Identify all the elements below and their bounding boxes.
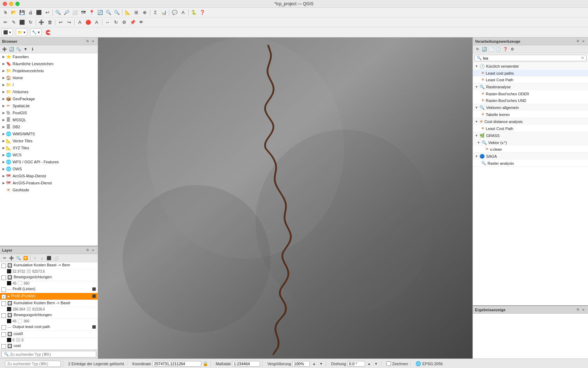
layer-add-button[interactable]: ➕ — [8, 255, 15, 261]
browser-item-projektverzeichnis[interactable]: ▶ 📁 Projektverzeichnis — [0, 67, 98, 74]
layer-item-profil-linien[interactable]: — Profil (Linien) ⬛ — [0, 286, 98, 293]
layer-item-profil-punkte[interactable]: ● Profil (Punkte) ⬛ — [0, 293, 98, 300]
plugin-button[interactable]: 🐍 — [190, 9, 198, 16]
coordinate-input[interactable] — [152, 361, 201, 367]
layer-checkbox-kumkosten-basel[interactable] — [1, 301, 6, 306]
zoom-layer-button[interactable]: 🗺 — [79, 9, 87, 16]
ptree-header-raster[interactable]: ▼ 🔍 Rasteranalyse — [473, 83, 588, 90]
identify-button[interactable]: 🔍 — [105, 9, 112, 16]
layer-float-button[interactable]: ⧉ — [85, 248, 90, 253]
annotation-button[interactable]: 💬 — [171, 9, 178, 16]
layer-options-button3[interactable]: ⬛ — [91, 325, 96, 329]
zoom-in-button[interactable]: 🔍 — [54, 9, 62, 16]
print-button[interactable]: 🖨 — [27, 9, 34, 16]
help-button[interactable]: ❓ — [198, 9, 206, 16]
processing-close-button[interactable]: ✕ — [581, 39, 586, 44]
layer-checkbox-bewegung1[interactable] — [1, 275, 6, 280]
undo-button[interactable]: ↩ — [43, 9, 51, 16]
snapping-options-button[interactable]: 🧲 — [44, 28, 52, 36]
layer-checkbox-kumkosten-bern[interactable] — [1, 264, 6, 268]
ptree-item-least-cost-path-2[interactable]: ✳ Least Cost Path — [473, 125, 588, 132]
browser-refresh-button[interactable]: 🔄 — [8, 46, 15, 52]
scale-input[interactable] — [232, 361, 260, 367]
rotation-up-button[interactable]: ▲ — [366, 361, 372, 367]
zoom-down-button[interactable]: ▼ — [318, 361, 324, 367]
results-float-button[interactable]: ⧉ — [575, 307, 580, 312]
current-edits-dropdown[interactable]: ⬛ ▾ — [1, 28, 13, 36]
browser-float-button[interactable]: ⧉ — [85, 39, 90, 44]
browser-item-vector-tiles[interactable]: ▶ 📐 Vector Tiles — [0, 137, 98, 144]
close-button[interactable] — [3, 2, 7, 6]
map-area[interactable] — [98, 38, 472, 359]
ptree-subitem-vclean[interactable]: ✳ v.clean — [473, 146, 588, 152]
layer-item-cost0[interactable]: 🔲 cost0 — [0, 331, 98, 338]
layer-remove-button[interactable]: 🔍 — [15, 255, 22, 261]
layer-checkbox-profil-linien[interactable] — [1, 287, 6, 292]
rotation-input[interactable] — [348, 361, 365, 367]
ptree-header-recent[interactable]: ▼ 🕐 Kürzlich verwendet — [473, 63, 588, 70]
digitize-options-dropdown[interactable]: 📁 ▾ — [16, 28, 27, 36]
browser-item-xyz-tiles[interactable]: ▶ 📐 XYZ Tiles — [0, 144, 98, 151]
label-pin-button[interactable]: A — [93, 19, 100, 26]
show-hide-label-button[interactable]: 👁 — [137, 19, 145, 26]
ptree-item-least-cost-path[interactable]: ✳ Least Cost Path — [473, 76, 588, 83]
processing-search-clear[interactable]: ✕ — [581, 56, 584, 60]
rotate-button[interactable]: ↻ — [27, 19, 34, 26]
layer-checkbox-cost[interactable] — [1, 344, 6, 349]
ptree-item-tabelle-leeren[interactable]: ✳ Tabelle leeren — [473, 111, 588, 118]
move-label-button[interactable]: ↔ — [104, 19, 111, 26]
layer-options-button2[interactable]: ⬛ — [91, 294, 96, 299]
layer-expand-button[interactable]: ⬛ — [46, 255, 52, 261]
browser-item-home[interactable]: ▶ 🏠 Home — [0, 74, 98, 81]
label-button[interactable]: A — [179, 9, 187, 16]
undo-edit-button[interactable]: ↩ — [57, 19, 64, 26]
layer-search-input[interactable] — [10, 352, 94, 356]
browser-item-volumes[interactable]: ▶ 📁 /Volumes — [0, 88, 98, 95]
chart-button[interactable]: 📊 — [160, 9, 168, 16]
add-feature-button[interactable]: ➕ — [37, 19, 45, 26]
layer-collapse-button[interactable]: ⬜ — [53, 255, 59, 261]
layer-item-kumkosten-basel[interactable]: 🔲 Kumulative Kosten Bern -> Basel — [0, 300, 98, 307]
processing-script-button[interactable]: 📄 — [488, 46, 495, 52]
layer-item-bewegung2[interactable]: 🔲 Bewegungsrichtungen — [0, 312, 98, 319]
zoom-input[interactable] — [292, 361, 310, 367]
zoom-up-button[interactable]: ▲ — [311, 361, 317, 367]
properties-button[interactable]: ⬛ — [35, 9, 43, 16]
processing-clock-button[interactable]: 🕐 — [495, 46, 502, 52]
processing-search-box[interactable]: 🔍 ✕ — [474, 55, 587, 61]
processing-refresh-button[interactable]: 🔄 — [481, 46, 488, 52]
browser-item-arcgis-feature[interactable]: ▶ 🗺 ArcGIS-Feature-Dienst — [0, 179, 98, 186]
browser-item-mssql[interactable]: ▶ 🗄 MSSQL — [0, 116, 98, 123]
layer-filter-button[interactable]: 🔽 — [22, 255, 29, 261]
ptree-header-vektoren[interactable]: ▼ 🔍 Vektoren allgemein — [473, 104, 588, 111]
browser-item-ows[interactable]: ▶ 🌐 OWS — [0, 165, 98, 172]
ptree-header-grass[interactable]: ▼ 🌿 GRASS — [473, 132, 588, 139]
browser-item-arcgis-map[interactable]: ▶ 🗺 ArcGIS-Map-Dienst — [0, 172, 98, 179]
browser-item-root[interactable]: ▶ 📁 / — [0, 81, 98, 88]
edit-button[interactable]: ✎ — [10, 19, 18, 26]
results-close-button[interactable]: ✕ — [581, 307, 586, 312]
processing-search-input[interactable] — [483, 56, 581, 60]
digitize-button[interactable]: ✏ — [1, 19, 9, 26]
browser-item-wfs[interactable]: ▶ 🌐 WFS / OGC API - Features — [0, 158, 98, 165]
status-search-input[interactable] — [7, 362, 58, 366]
browser-item-geonode[interactable]: ✳ GeoNode — [0, 186, 98, 193]
ptree-header-saga[interactable]: ▼ 🔵 SAGA — [473, 153, 588, 160]
label-edit-button[interactable]: A — [76, 19, 84, 26]
processing-help-button[interactable]: ❓ — [502, 46, 509, 52]
rotate-label-button[interactable]: ↻ — [112, 19, 120, 26]
layer-checkbox-output-lcp[interactable] — [1, 325, 6, 330]
layer-close-button[interactable]: ✕ — [91, 248, 96, 253]
layer-search-box[interactable]: 🔍 — [1, 351, 96, 357]
zoom-selection-button[interactable]: 📍 — [88, 9, 96, 16]
ptree-item-raster-und[interactable]: ✳ Raster-Bool'sches UND — [473, 97, 588, 104]
layer-checkbox-bewegung2[interactable] — [1, 313, 6, 318]
browser-item-db2[interactable]: ▶ 🗄 DB2 — [0, 123, 98, 130]
layer-item-kumkosten-bern[interactable]: 🔲 Kumulative Kosten Basel -> Bern — [0, 262, 98, 269]
ptree-item-raster-analysis[interactable]: 🔍 Raster analysis — [473, 160, 588, 166]
browser-item-lesezeichen[interactable]: ▶ 🔖 Räumliche Lesezeichen — [0, 60, 98, 67]
zoom-out-button[interactable]: 🔎 — [63, 9, 70, 16]
node-tool-button[interactable]: ⬛ — [18, 19, 26, 26]
layer-down-button[interactable]: ↓ — [39, 255, 45, 261]
maximize-button[interactable] — [15, 2, 20, 6]
